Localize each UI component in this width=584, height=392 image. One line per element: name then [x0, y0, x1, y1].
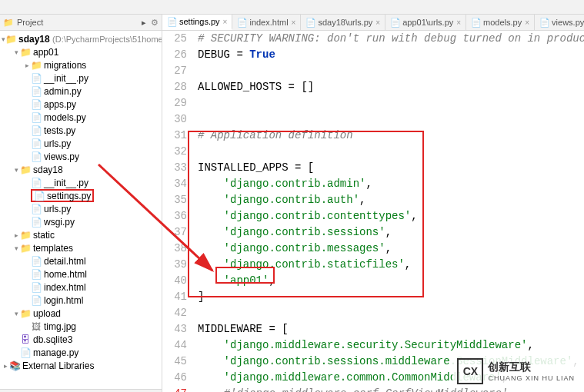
tree-label: urls.py — [44, 204, 71, 214]
tree-label: __init__.py — [44, 178, 88, 188]
tree-folder-migrations[interactable]: ▸ 📁 migrations — [0, 58, 162, 71]
tab-label: models.py — [483, 18, 522, 27]
tree-label: __init__.py — [44, 73, 88, 84]
tab-label: index.html — [249, 18, 288, 27]
tab-label: settings.py — [179, 17, 220, 26]
watermark: CX 创新互联 CHUANG XIN HU LIAN — [452, 355, 579, 387]
tree-file[interactable]: 📄login.html — [0, 294, 162, 307]
tree-label: upload — [33, 308, 61, 319]
tab-label: views.py — [552, 18, 584, 27]
close-icon[interactable]: × — [223, 18, 228, 26]
py-file-icon: 📄 — [167, 17, 176, 27]
tab-app01-urls[interactable]: 📄app01\urls.py× — [385, 15, 466, 30]
tree-folder-templates[interactable]: ▾📁templates — [0, 241, 162, 254]
py-file-icon: 📄 — [539, 18, 549, 28]
tree-label: timg.jpg — [44, 321, 76, 332]
tree-folder-upload[interactable]: ▾📁upload — [0, 307, 162, 320]
code-content[interactable]: # SECURITY WARNING: don't run with debug… — [192, 31, 584, 392]
tree-file[interactable]: 📄urls.py — [0, 202, 162, 215]
tree-external-libraries[interactable]: ▸📚External Libraries — [0, 359, 162, 372]
tree-file[interactable]: 📄apps.py — [0, 98, 162, 111]
tree-file[interactable]: 📄urls.py — [0, 137, 162, 150]
tree-label: home.html — [44, 269, 87, 280]
tree-file[interactable]: 📄__init__.py — [0, 71, 162, 85]
tree-file[interactable]: 📄detail.html — [0, 254, 162, 267]
tree-label: index.html — [44, 282, 86, 293]
py-file-icon: 📄 — [31, 73, 42, 84]
code-editor[interactable]: 2526272829303132333435363738394041424344… — [162, 31, 584, 392]
gear-icon[interactable]: ⚙ — [151, 18, 159, 28]
tree-label: admin.py — [44, 86, 82, 97]
folder-icon: 📁 — [20, 230, 31, 241]
close-icon[interactable]: × — [292, 18, 296, 27]
tree-file-settings[interactable]: 📄settings.py — [0, 189, 162, 202]
tab-label: sday18\urls.py — [318, 18, 372, 27]
expand-icon[interactable]: ▸ — [142, 18, 146, 28]
py-file-icon: 📄 — [390, 18, 399, 28]
db-file-icon: 🗄 — [20, 334, 31, 345]
tree-file[interactable]: 📄views.py — [0, 150, 162, 163]
tree-folder-app01[interactable]: ▾ 📁 app01 — [0, 45, 162, 58]
editor-tab-bar: 📄settings.py× 📄index.html× 📄sday18\urls.… — [162, 15, 584, 31]
html-file-icon: 📄 — [237, 18, 246, 28]
tree-label: wsgi.py — [44, 217, 75, 228]
tree-file[interactable]: 📄tests.py — [0, 124, 162, 137]
project-tree[interactable]: ▾ 📁 sday18 (D:\PycharmProjects\51home ▾ … — [0, 31, 162, 389]
tree-label: static — [33, 230, 55, 241]
main-toolbar — [0, 0, 584, 15]
library-icon: 📚 — [9, 360, 20, 371]
project-header[interactable]: 📁 Project ▸ ⚙ — [0, 15, 162, 31]
py-file-icon: 📄 — [31, 99, 42, 110]
tree-label: models.py — [44, 112, 86, 123]
py-file-icon: 📄 — [471, 18, 480, 28]
tab-settings[interactable]: 📄settings.py× — [162, 15, 232, 30]
project-tool-window: 📁 Project ▸ ⚙ ▾ 📁 sday18 (D:\PycharmProj… — [0, 15, 162, 392]
folder-icon: 📁 — [31, 60, 42, 71]
folder-icon: 📁 — [20, 243, 31, 254]
left-panel-footer — [0, 389, 162, 392]
tree-label: urls.py — [44, 138, 71, 149]
py-file-icon: 📄 — [34, 191, 45, 201]
tree-root[interactable]: ▾ 📁 sday18 (D:\PycharmProjects\51home — [0, 32, 162, 45]
tree-file[interactable]: 📄admin.py — [0, 85, 162, 98]
tab-views[interactable]: 📄views.py× — [535, 15, 584, 30]
tree-folder-static[interactable]: ▸📁static — [0, 228, 162, 241]
tree-label: External Libraries — [22, 360, 94, 371]
py-file-icon: 📄 — [31, 86, 42, 97]
watermark-logo: CX — [457, 358, 483, 384]
folder-icon: 📁 — [20, 308, 31, 319]
html-file-icon: 📄 — [31, 256, 42, 267]
tree-file[interactable]: 🗄db.sqlite3 — [0, 333, 162, 346]
close-icon[interactable]: × — [375, 18, 380, 27]
tree-folder-sday18[interactable]: ▾ 📁 sday18 — [0, 163, 162, 176]
tree-file[interactable]: 📄home.html — [0, 267, 162, 281]
tree-label: apps.py — [44, 99, 76, 110]
tab-index[interactable]: 📄index.html× — [232, 15, 301, 30]
tree-file[interactable]: 🖼timg.jpg — [0, 320, 162, 333]
tree-label: templates — [33, 243, 73, 254]
py-file-icon: 📄 — [31, 178, 42, 188]
watermark-subtitle: CHUANG XIN HU LIAN — [488, 374, 575, 382]
tree-file[interactable]: 📄manage.py — [0, 346, 162, 359]
close-icon[interactable]: × — [456, 18, 461, 27]
tab-label: app01\urls.py — [402, 18, 453, 27]
close-icon[interactable]: × — [525, 18, 529, 27]
tree-file[interactable]: 📄models.py — [0, 111, 162, 124]
image-file-icon: 🖼 — [31, 321, 42, 332]
tree-file[interactable]: 📄__init__.py — [0, 176, 162, 189]
tree-label: app01 — [33, 47, 58, 58]
tree-label: manage.py — [33, 347, 78, 358]
tree-file[interactable]: 📄wsgi.py — [0, 215, 162, 228]
py-file-icon: 📄 — [31, 138, 42, 149]
tab-sday18-urls[interactable]: 📄sday18\urls.py× — [301, 15, 385, 30]
tab-models[interactable]: 📄models.py× — [466, 15, 535, 30]
py-file-icon: 📄 — [20, 347, 31, 358]
line-number-gutter: 2526272829303132333435363738394041424344… — [162, 31, 192, 392]
py-file-icon: 📄 — [31, 151, 42, 162]
tree-file[interactable]: 📄index.html — [0, 281, 162, 294]
editor-area: 📄settings.py× 📄index.html× 📄sday18\urls.… — [162, 15, 584, 392]
tree-label: detail.html — [44, 256, 86, 267]
folder-icon: 📁 — [5, 34, 16, 45]
py-file-icon: 📄 — [31, 204, 42, 214]
py-file-icon: 📄 — [31, 217, 42, 228]
